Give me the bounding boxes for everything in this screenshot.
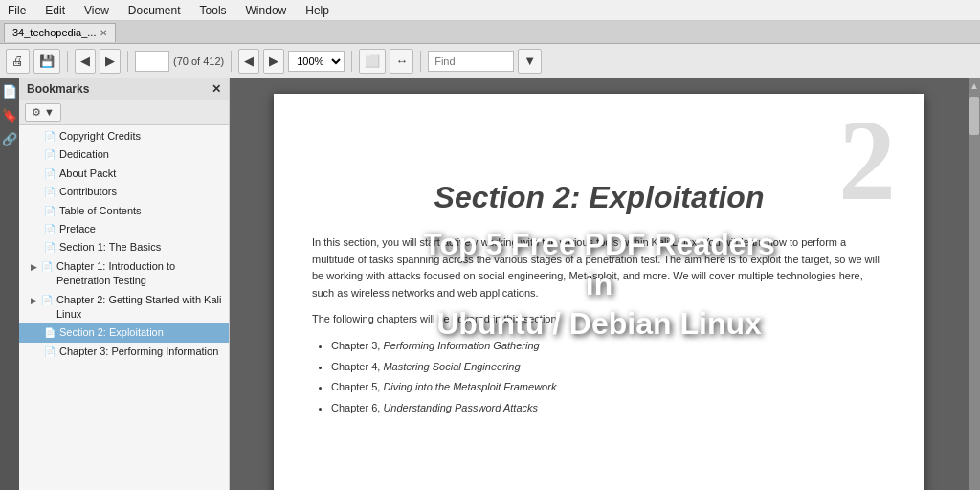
toolbar-sep-1 bbox=[67, 51, 68, 72]
nav-next-button[interactable]: ▶ bbox=[100, 49, 121, 74]
fit-width-button[interactable]: ↔ bbox=[390, 49, 413, 74]
menu-window[interactable]: Window bbox=[242, 4, 291, 17]
menu-bar: File Edit View Document Tools Window Hel… bbox=[0, 0, 980, 21]
bookmark-item-section1[interactable]: 📄Section 1: The Basics bbox=[19, 238, 229, 256]
fit-page-button[interactable]: ⬜ bbox=[359, 49, 386, 74]
bookmark-item-about-packt[interactable]: 📄About Packt bbox=[19, 165, 229, 183]
document-tab[interactable]: 34_techopedia_... ✕ bbox=[4, 23, 116, 42]
menu-edit[interactable]: Edit bbox=[41, 4, 69, 17]
chapter-list-item: Chapter 4, Mastering Social Engineering bbox=[331, 359, 886, 376]
bookmark-page-icon: 📄 bbox=[44, 223, 56, 236]
bookmark-page-icon: 📄 bbox=[44, 148, 56, 162]
bookmark-label: Chapter 2: Getting Started with Kali Lin… bbox=[56, 293, 225, 323]
bookmark-label: Dedication bbox=[59, 147, 225, 162]
bookmark-item-chapter1[interactable]: ▶📄Chapter 1: Introduction to Penetration… bbox=[19, 257, 229, 291]
page-info-label: (70 of 412) bbox=[173, 56, 224, 67]
sidebar-collapse-icon[interactable]: ✕ bbox=[212, 82, 221, 96]
section-title: Section 2: Exploitation bbox=[312, 180, 886, 215]
bookmark-page-icon: 📄 bbox=[44, 167, 56, 181]
pdf-area: 2 Section 2: Exploitation In this sectio… bbox=[230, 78, 969, 490]
bookmark-page-icon: 📄 bbox=[44, 186, 56, 199]
main-layout: 📄 🔖 🔗 Bookmarks ✕ ⚙ ▼ 📄Copyright Credits… bbox=[0, 78, 980, 490]
chapter-list-item: Chapter 3, Performing Information Gather… bbox=[331, 338, 886, 355]
bookmark-label: Section 1: The Basics bbox=[59, 240, 225, 255]
bookmark-item-section2[interactable]: 📄Section 2: Exploitation bbox=[19, 323, 229, 342]
bookmark-item-dedication[interactable]: 📄Dedication bbox=[19, 145, 229, 164]
bookmark-tree: 📄Copyright Credits📄Dedication📄About Pack… bbox=[19, 125, 229, 490]
link-icon[interactable]: 🔗 bbox=[0, 130, 19, 148]
bookmark-label: Table of Contents bbox=[59, 204, 225, 218]
section-body: In this section, you will start actively… bbox=[312, 234, 886, 416]
scrollbar[interactable]: ▲ bbox=[969, 78, 980, 490]
zoom-out-button[interactable]: ◀ bbox=[238, 49, 259, 74]
chapter-list-item: Chapter 5, Diving into the Metasploit Fr… bbox=[331, 379, 886, 396]
bookmark-page-icon: 📄 bbox=[44, 326, 56, 340]
toolbar: 🖨 💾 ◀ ▶ 55 (70 of 412) ◀ ▶ 100% 75% 125%… bbox=[0, 44, 980, 78]
bookmark-item-chapter2[interactable]: ▶📄Chapter 2: Getting Started with Kali L… bbox=[19, 291, 229, 324]
bookmark-page-icon: 📄 bbox=[44, 345, 56, 359]
bookmarks-sidebar: Bookmarks ✕ ⚙ ▼ 📄Copyright Credits📄Dedic… bbox=[19, 78, 230, 490]
bookmark-label: About Packt bbox=[59, 167, 225, 181]
bookmark-label: Copyright Credits bbox=[59, 129, 225, 144]
sidebar-icon-strip: 📄 🔖 🔗 bbox=[0, 78, 19, 490]
bookmark-item-preface[interactable]: 📄Preface bbox=[19, 220, 229, 238]
expand-icon[interactable]: ▶ bbox=[31, 261, 37, 274]
scroll-up-arrow[interactable]: ▲ bbox=[968, 78, 980, 93]
menu-tools[interactable]: Tools bbox=[196, 4, 231, 17]
save-button[interactable]: 💾 bbox=[33, 49, 60, 74]
section-number: 2 bbox=[838, 103, 896, 218]
bookmark-page-icon: 📄 bbox=[44, 241, 56, 255]
sidebar-title: Bookmarks bbox=[27, 82, 89, 96]
bookmark-label: Section 2: Exploitation bbox=[59, 325, 225, 340]
menu-document[interactable]: Document bbox=[124, 4, 185, 17]
bookmark-item-copyright[interactable]: 📄Copyright Credits bbox=[19, 127, 229, 145]
zoom-in-button[interactable]: ▶ bbox=[263, 49, 284, 74]
page-number-input[interactable]: 55 bbox=[135, 51, 169, 72]
bookmark-label: Chapter 1: Introduction to Penetration T… bbox=[56, 259, 225, 289]
tab-close-icon[interactable]: ✕ bbox=[100, 28, 107, 38]
expand-icon[interactable]: ▶ bbox=[31, 295, 37, 307]
sidebar-options-button[interactable]: ⚙ ▼ bbox=[25, 103, 61, 122]
bookmark-label: Preface bbox=[59, 222, 225, 236]
bookmark-item-chapter3[interactable]: 📄Chapter 3: Performing Information bbox=[19, 343, 229, 361]
menu-file[interactable]: File bbox=[4, 4, 30, 17]
sidebar-header: Bookmarks ✕ bbox=[19, 78, 229, 100]
find-button[interactable]: ▼ bbox=[518, 49, 542, 74]
bookmark-label: Chapter 3: Performing Information bbox=[59, 345, 225, 359]
bookmark-item-contributors[interactable]: 📄Contributors bbox=[19, 183, 229, 201]
toolbar-sep-4 bbox=[351, 51, 352, 72]
bookmark-page-icon: 📄 bbox=[44, 205, 56, 218]
page-icon[interactable]: 📄 bbox=[0, 82, 19, 100]
menu-view[interactable]: View bbox=[80, 4, 113, 17]
print-button[interactable]: 🖨 bbox=[6, 49, 30, 74]
tab-bar: 34_techopedia_... ✕ bbox=[0, 21, 980, 44]
sidebar-toolbar: ⚙ ▼ bbox=[19, 100, 229, 125]
bookmark-icon[interactable]: 🔖 bbox=[0, 106, 19, 124]
nav-prev-button[interactable]: ◀ bbox=[75, 49, 96, 74]
tab-label: 34_techopedia_... bbox=[12, 27, 96, 38]
toolbar-sep-2 bbox=[127, 51, 128, 72]
body-para-2: The following chapters will be covered i… bbox=[312, 311, 886, 328]
toolbar-sep-5 bbox=[420, 51, 421, 72]
bookmark-page-icon: 📄 bbox=[41, 294, 53, 307]
bookmark-label: Contributors bbox=[59, 185, 225, 199]
chapter-list-item: Chapter 6, Understanding Password Attack… bbox=[331, 400, 886, 417]
zoom-dropdown[interactable]: 100% 75% 125% 150% bbox=[288, 51, 345, 72]
find-input[interactable] bbox=[428, 51, 514, 72]
pdf-page: 2 Section 2: Exploitation In this sectio… bbox=[274, 94, 924, 490]
toolbar-sep-3 bbox=[231, 51, 232, 72]
bookmark-page-icon: 📄 bbox=[41, 260, 53, 274]
scroll-thumb[interactable] bbox=[969, 97, 979, 135]
bookmark-page-icon: 📄 bbox=[44, 130, 56, 144]
chapter-list: Chapter 3, Performing Information Gather… bbox=[331, 338, 886, 416]
bookmark-item-toc[interactable]: 📄Table of Contents bbox=[19, 202, 229, 220]
body-para-1: In this section, you will start actively… bbox=[312, 234, 886, 301]
menu-help[interactable]: Help bbox=[301, 4, 333, 17]
